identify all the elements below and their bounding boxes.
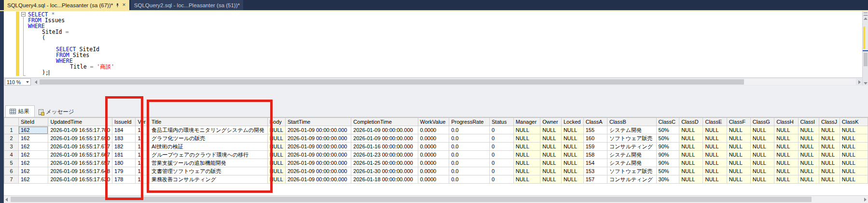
- grid-cell[interactable]: 2026-01-09 16:55:17.690: [48, 134, 112, 143]
- grid-cell[interactable]: NULL: [727, 126, 750, 134]
- grid-cell[interactable]: NULL: [703, 143, 727, 151]
- grid-cell[interactable]: システム開発: [607, 126, 656, 134]
- grid-cell[interactable]: 2026-01-25 00:00:00.000: [351, 159, 418, 167]
- grid-cell[interactable]: 159: [583, 143, 607, 151]
- grid-cell[interactable]: 2026-01-09 16:55:17.667: [48, 151, 112, 159]
- grid-cell[interactable]: コンサルティング: [607, 175, 656, 184]
- column-header-classj[interactable]: ClassJ: [819, 118, 840, 126]
- column-header-classd[interactable]: ClassD: [679, 118, 703, 126]
- horizontal-scrollbar-thumb[interactable]: [40, 79, 744, 85]
- grid-cell[interactable]: NULL: [774, 159, 798, 167]
- scroll-up-icon[interactable]: [864, 17, 868, 20]
- grid-cell[interactable]: NULL: [540, 126, 562, 134]
- sql-editor[interactable]: SELECT *FROM IssuesWHERESiteId =(SELECT …: [4, 11, 862, 77]
- grid-cell[interactable]: コンサルティング: [607, 143, 656, 151]
- grid-cell[interactable]: 0: [490, 175, 514, 184]
- grid-cell[interactable]: 0.0000: [418, 167, 449, 175]
- grid-cell[interactable]: NULL: [561, 126, 583, 134]
- grid-cell[interactable]: NULL: [819, 175, 840, 184]
- grid-cell[interactable]: NULL: [798, 143, 819, 151]
- grid-cell[interactable]: NULL: [513, 151, 540, 159]
- grid-cell[interactable]: 90%: [656, 143, 679, 151]
- grid-cell[interactable]: NULL: [540, 167, 562, 175]
- code-line[interactable]: SELECT SiteId: [4, 46, 862, 52]
- zoom-level-select[interactable]: 110 %: [5, 78, 31, 86]
- code-line[interactable]: SELECT *: [4, 12, 862, 17]
- grid-cell[interactable]: NULL: [561, 143, 583, 151]
- scroll-left-icon[interactable]: [35, 80, 37, 84]
- scroll-right-icon[interactable]: [858, 80, 861, 84]
- grid-cell[interactable]: 50%: [656, 134, 679, 143]
- grid-cell[interactable]: 0: [490, 167, 514, 175]
- column-header-siteid[interactable]: SiteId: [18, 118, 48, 126]
- grid-cell[interactable]: NULL: [798, 159, 819, 167]
- grid-cell[interactable]: NULL: [750, 134, 774, 143]
- grid-cell[interactable]: 0: [490, 134, 514, 143]
- grid-cell[interactable]: システム開発: [607, 151, 656, 159]
- grid-cell[interactable]: 50%: [656, 126, 679, 134]
- column-header-classc[interactable]: ClassC: [656, 118, 679, 126]
- grid-cell[interactable]: NULL: [774, 175, 798, 184]
- column-header-status[interactable]: Status: [490, 118, 514, 126]
- grid-cell[interactable]: 2026-01-09 00:00:00.000: [285, 175, 351, 184]
- grid-cell[interactable]: 155: [583, 126, 607, 134]
- grid-cell[interactable]: NULL: [840, 143, 868, 151]
- grid-corner-cell[interactable]: [4, 118, 19, 126]
- grid-cell[interactable]: 2026-01-09 00:00:00.000: [351, 134, 418, 143]
- grid-cell[interactable]: 0.0000: [418, 134, 449, 143]
- vertical-scrollbar-thumb[interactable]: [864, 53, 868, 66]
- grid-cell[interactable]: 0.0: [449, 175, 490, 184]
- grid-cell[interactable]: 2026-01-09 00:00:00.000: [285, 167, 351, 175]
- grid-cell[interactable]: 162: [18, 134, 48, 143]
- grid-cell[interactable]: NULL: [727, 143, 750, 151]
- grid-cell[interactable]: NULL: [774, 126, 798, 134]
- grid-cell[interactable]: 2026-01-09 00:00:00.000: [285, 126, 351, 134]
- row-number[interactable]: 1: [4, 126, 19, 134]
- grid-cell[interactable]: NULL: [840, 167, 868, 175]
- grid-cell[interactable]: NULL: [703, 175, 727, 184]
- grid-cell[interactable]: NULL: [561, 134, 583, 143]
- column-header-classk[interactable]: ClassK: [840, 118, 868, 126]
- grid-cell[interactable]: 0.0000: [418, 175, 449, 184]
- grid-cell[interactable]: 2026-01-23 00:00:00.000: [351, 151, 418, 159]
- grid-cell[interactable]: 0.0: [449, 134, 490, 143]
- grid-cell[interactable]: NULL: [703, 167, 727, 175]
- grid-cell[interactable]: NULL: [750, 167, 774, 175]
- grid-cell[interactable]: 157: [583, 175, 607, 184]
- grid-cell[interactable]: 30%: [656, 175, 679, 184]
- grid-cell[interactable]: 0.0000: [418, 151, 449, 159]
- grid-cell[interactable]: NULL: [774, 151, 798, 159]
- grid-cell[interactable]: 2026-01-09 16:55:17.700: [48, 126, 112, 134]
- grid-cell[interactable]: NULL: [561, 159, 583, 167]
- grid-cell[interactable]: 2026-01-09 16:55:17.677: [48, 143, 112, 151]
- code-line[interactable]: [4, 41, 862, 46]
- grid-cell[interactable]: NULL: [819, 167, 840, 175]
- grid-cell[interactable]: 0.0: [449, 126, 490, 134]
- grid-cell[interactable]: NULL: [819, 134, 840, 143]
- grid-cell[interactable]: 2026-01-09 16:55:17.657: [48, 159, 112, 167]
- close-icon[interactable]: ✕: [122, 3, 126, 7]
- grid-cell[interactable]: 0.0: [449, 159, 490, 167]
- editor-horizontal-scrollbar[interactable]: [40, 79, 856, 85]
- grid-cell[interactable]: NULL: [561, 167, 583, 175]
- code-line[interactable]: SiteId =: [4, 29, 862, 35]
- column-header-progressrate[interactable]: ProgressRate: [449, 118, 490, 126]
- grid-cell[interactable]: 162: [18, 159, 48, 167]
- column-header-completiontime[interactable]: CompletionTime: [351, 118, 418, 126]
- grid-cell[interactable]: NULL: [750, 126, 774, 134]
- grid-cell[interactable]: システム開発: [607, 159, 656, 167]
- grid-cell[interactable]: 0: [490, 126, 514, 134]
- grid-cell[interactable]: NULL: [798, 167, 819, 175]
- code-line[interactable]: WHERE: [4, 23, 862, 29]
- grid-cell[interactable]: 154: [583, 159, 607, 167]
- grid-cell[interactable]: NULL: [774, 134, 798, 143]
- code-line[interactable]: Title = '商談': [4, 64, 862, 70]
- row-number[interactable]: 5: [4, 159, 19, 167]
- grid-cell[interactable]: NULL: [774, 143, 798, 151]
- column-header-owner[interactable]: Owner: [540, 118, 562, 126]
- grid-cell[interactable]: NULL: [840, 175, 868, 184]
- column-header-workvalue[interactable]: WorkValue: [418, 118, 449, 126]
- grid-cell[interactable]: NULL: [703, 151, 727, 159]
- grid-cell[interactable]: 0.0: [449, 151, 490, 159]
- grid-cell[interactable]: 162: [18, 151, 48, 159]
